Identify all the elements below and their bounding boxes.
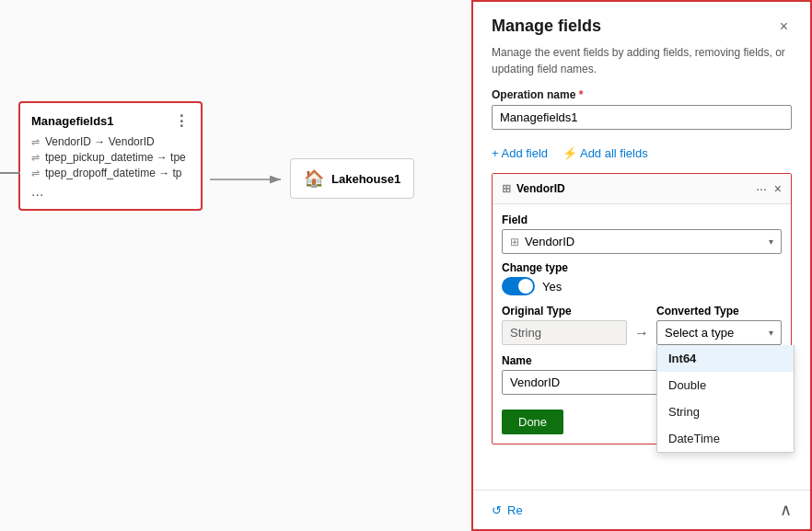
panel-scroll-up[interactable]: ∧	[780, 500, 792, 520]
field-select-icon: ⊞	[510, 236, 519, 248]
node-menu-icon[interactable]: ⋮	[174, 112, 190, 130]
reset-button[interactable]: ↺ Re	[492, 503, 523, 517]
type-arrow: →	[634, 308, 649, 341]
converted-type-select[interactable]: Select a type ▾	[656, 320, 782, 345]
change-type-row: Change type Yes	[502, 261, 782, 295]
converted-type-placeholder: Select a type	[665, 326, 734, 340]
panel-header: Manage fields ×	[473, 2, 810, 44]
operation-name-label: Operation name *	[492, 88, 792, 101]
original-type-value: String	[502, 320, 627, 345]
field-card-body: Field ⊞ VendorID ▾ Change type	[493, 204, 791, 444]
dropdown-item-double[interactable]: Double	[657, 372, 794, 398]
row-icon-2: ⇌	[31, 152, 40, 164]
original-type-label: Original Type	[502, 305, 627, 317]
dropdown-item-datetime[interactable]: DateTime	[657, 425, 794, 452]
change-type-label: Change type	[502, 261, 782, 274]
node-row-2: ⇌ tpep_pickup_datetime → tpe	[31, 151, 190, 164]
card-more-button[interactable]: ···	[756, 181, 767, 196]
panel-footer: ↺ Re ∧	[473, 490, 810, 529]
lakehouse-icon: 🏠	[304, 168, 324, 189]
field-select-value: VendorID	[525, 235, 574, 248]
left-connector	[0, 172, 20, 174]
canvas-area: Managefields1 ⋮ ⇌ VendorID → VendorID ⇌ …	[0, 0, 471, 531]
panel-body: Operation name * + Add field ⚡ Add all f…	[473, 88, 810, 490]
field-card-title-text: VendorID	[516, 182, 565, 195]
node-title-row: Managefields1 ⋮	[31, 112, 190, 130]
node-row-text-3: tpep_dropoff_datetime → tp	[45, 167, 182, 179]
field-select-chevron: ▾	[769, 237, 773, 247]
row-icon-1: ⇌	[31, 136, 40, 148]
required-star: *	[579, 88, 584, 101]
toggle-row: Yes	[502, 277, 782, 295]
operation-name-input[interactable]	[492, 105, 792, 130]
side-panel: Manage fields × Manage the event fields …	[471, 0, 812, 531]
dropdown-item-int64[interactable]: Int64	[657, 345, 794, 372]
vendor-id-card: ⊞ VendorID ··· × Field ⊞ VendorID	[492, 173, 792, 444]
add-field-button[interactable]: + Add field	[492, 146, 548, 160]
dropdown-item-string[interactable]: String	[657, 398, 794, 425]
lakehouse-title: Lakehouse1	[331, 172, 400, 186]
type-dropdown-list: Int64 Double String DateTime	[656, 345, 795, 453]
field-card-header: ⊞ VendorID ··· ×	[493, 174, 791, 204]
row-icon-3: ⇌	[31, 167, 40, 179]
panel-close-button[interactable]: ×	[776, 17, 792, 37]
field-card-actions: ··· ×	[756, 181, 782, 196]
change-type-toggle[interactable]	[502, 277, 535, 295]
node-row-1: ⇌ VendorID → VendorID	[31, 135, 190, 148]
managefields-node[interactable]: Managefields1 ⋮ ⇌ VendorID → VendorID ⇌ …	[18, 101, 203, 211]
field-icon: ⊞	[502, 182, 511, 195]
card-close-button[interactable]: ×	[774, 181, 782, 196]
field-select-row: Field ⊞ VendorID ▾	[502, 214, 782, 254]
reset-icon: ↺	[492, 503, 502, 517]
converted-type-label: Converted Type	[656, 305, 782, 317]
node-row-3: ⇌ tpep_dropoff_datetime → tp	[31, 167, 190, 179]
toggle-yes-label: Yes	[542, 280, 562, 294]
node-title-text: Managefields1	[31, 114, 114, 128]
operation-name-row: Operation name *	[492, 88, 792, 139]
node-row-text-2: tpep_pickup_datetime → tpe	[45, 151, 186, 164]
action-buttons: + Add field ⚡ Add all fields	[492, 146, 792, 160]
panel-title: Manage fields	[492, 17, 601, 36]
converted-type-chevron: ▾	[769, 328, 773, 338]
connector-arrow	[0, 0, 471, 531]
panel-description: Manage the event fields by adding fields…	[473, 44, 810, 88]
done-button[interactable]: Done	[502, 410, 563, 434]
toggle-thumb	[518, 279, 533, 294]
lakehouse-node[interactable]: 🏠 Lakehouse1	[290, 158, 414, 199]
field-label-text: Field	[502, 214, 782, 226]
toggle-track[interactable]	[502, 277, 535, 295]
reset-label: Re	[507, 503, 523, 517]
add-all-fields-button[interactable]: ⚡ Add all fields	[563, 146, 648, 160]
node-ellipsis: ...	[31, 183, 190, 200]
field-card-title: ⊞ VendorID	[502, 182, 565, 195]
original-type-col: Original Type String	[502, 305, 627, 345]
field-select[interactable]: ⊞ VendorID ▾	[502, 229, 782, 254]
type-row: Original Type String → Converted Type Se…	[502, 305, 782, 345]
converted-type-col: Converted Type Select a type ▾ Int64 Dou…	[656, 305, 782, 345]
node-row-text-1: VendorID → VendorID	[45, 135, 155, 148]
